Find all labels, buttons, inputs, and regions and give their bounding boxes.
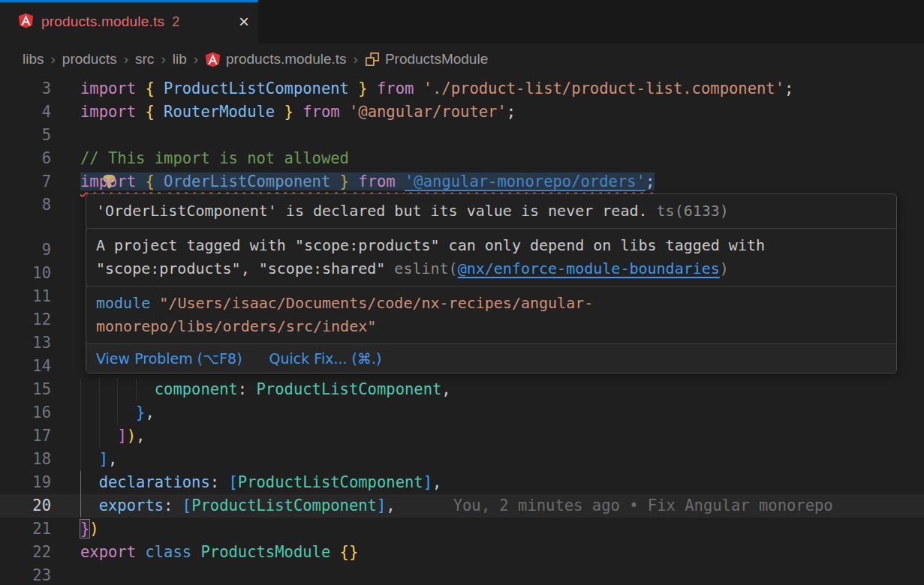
view-problem-action[interactable]: View Problem (⌥F8) (96, 350, 242, 367)
hover-line: "scope:products", "scope:shared" eslint(… (96, 257, 886, 280)
code-text: exports: [ProductListComponent], (80, 496, 396, 514)
line-number[interactable]: 8 (0, 194, 51, 217)
code-token: declarations (80, 473, 210, 491)
module-link[interactable]: @nx/enforce-module-boundaries (458, 260, 720, 278)
line-number[interactable]: 4 (0, 100, 51, 124)
code-token: from (368, 80, 423, 98)
code-line[interactable]: 3import { ProductListComponent } from '.… (0, 77, 924, 100)
error-highlighted-code: import { OrderListComponent } from '@ang… (80, 172, 655, 190)
code-line[interactable]: 20 exports: [ProductListComponent],You, … (0, 494, 924, 518)
line-number[interactable]: 17 (0, 424, 51, 448)
code-text: declarations: [ProductListComponent], (80, 473, 441, 491)
line-number[interactable]: 3 (0, 77, 51, 100)
breadcrumb-label: products.module.ts (226, 51, 347, 68)
code-text: }) (80, 520, 99, 538)
breadcrumb-label: lib (173, 51, 187, 68)
breadcrumb-label: ProductsModule (385, 51, 488, 68)
code-token: import (80, 103, 145, 121)
breadcrumb: libs›products›src›lib› products.module.t… (0, 44, 924, 75)
line-number[interactable]: 6 (0, 147, 51, 170)
line-number[interactable]: 21 (0, 518, 51, 541)
code-token: } (330, 172, 349, 190)
close-icon[interactable]: × (239, 14, 249, 29)
breadcrumb-item-productsmodule[interactable]: ProductsModule (365, 51, 488, 68)
hover-line: module "/Users/isaac/Documents/code/nx-r… (96, 292, 886, 315)
code-line[interactable]: 23 (0, 564, 924, 585)
code-token: ] (377, 496, 386, 514)
line-number[interactable]: 19 (0, 471, 51, 494)
code-line[interactable]: 16 }, (0, 401, 924, 424)
hover-line: A project tagged with "scope:products" c… (96, 234, 886, 257)
code-token: ] (117, 427, 126, 445)
hover-section-message: 'OrderListComponent' is declared but its… (86, 194, 896, 228)
line-number[interactable]: 7 (0, 170, 51, 194)
code-line[interactable]: 6// This import is not allowed (0, 147, 924, 170)
breadcrumb-item-products[interactable]: products (62, 51, 117, 68)
code-line[interactable]: 19 declarations: [ProductListComponent], (0, 471, 924, 494)
code-token: } (349, 80, 368, 98)
line-number[interactable]: 23 (0, 564, 51, 585)
line-number[interactable]: 13 (0, 332, 51, 355)
code-line[interactable]: 15 component: ProductListComponent, (0, 378, 924, 401)
line-number[interactable]: 15 (0, 378, 51, 401)
code-text: ]), (80, 427, 145, 445)
tab-products-module[interactable]: products.module.ts 2 × (0, 0, 258, 44)
code-token (80, 450, 99, 468)
code-token: { (145, 80, 164, 98)
indent-guide (117, 401, 118, 424)
module-link[interactable]: '@angular-monorepo/orders' (405, 172, 646, 190)
code-line[interactable]: 17 ]), (0, 424, 924, 448)
code-line[interactable]: 21}) (0, 518, 924, 541)
code-token: : (238, 380, 257, 398)
breadcrumb-item-src[interactable]: src (135, 51, 154, 68)
breadcrumb-separator: › (194, 51, 198, 68)
code-line[interactable]: 4import { RouterModule } from '@angular/… (0, 100, 924, 124)
hover-line: monorepo/libs/orders/src/index" (96, 315, 886, 338)
code-line-content (80, 124, 924, 147)
code-token: import (80, 172, 145, 190)
line-number[interactable]: 9 (0, 238, 51, 262)
breadcrumb-item-libs[interactable]: libs (23, 51, 44, 68)
code-editor[interactable]: 3import { ProductListComponent } from '.… (0, 75, 924, 585)
code-token: ProductListComponent (238, 473, 423, 491)
code-line-content: import { RouterModule } from '@angular/r… (80, 100, 924, 124)
line-number[interactable]: 16 (0, 401, 51, 424)
code-token: , (441, 380, 450, 398)
breadcrumb-item-products-module-ts[interactable]: products.module.ts (205, 51, 347, 68)
code-token: module (96, 294, 159, 312)
indent-guide (99, 424, 100, 448)
active-indent-guide (80, 494, 81, 518)
line-number[interactable]: 18 (0, 448, 51, 471)
breadcrumb-separator: › (354, 51, 358, 68)
line-number[interactable]: 10 (0, 262, 51, 285)
code-token: ) (89, 520, 98, 538)
line-number[interactable]: 20 (0, 494, 51, 518)
indent-guide (136, 378, 137, 401)
code-token: RouterModule (164, 103, 275, 121)
code-line-content (80, 564, 924, 585)
code-token (80, 404, 136, 422)
code-token: component (80, 380, 238, 398)
code-token: OrderListComponent (164, 172, 330, 190)
quick-fix-action[interactable]: Quick Fix... (⌘.) (269, 350, 382, 367)
line-number[interactable]: 22 (0, 541, 51, 564)
code-token: '@angular/router' (349, 103, 507, 121)
tab-bar: products.module.ts 2 × (0, 0, 924, 44)
code-line-content: declarations: [ProductListComponent], (80, 471, 924, 494)
line-number[interactable]: 11 (0, 285, 51, 308)
code-token: ts(6133) (657, 202, 729, 220)
line-number[interactable]: 5 (0, 124, 51, 147)
code-token: } (80, 520, 89, 538)
hover-popup: 'OrderListComponent' is declared but its… (86, 194, 897, 374)
code-line[interactable]: 7import { OrderListComponent } from '@an… (0, 170, 924, 194)
line-number[interactable]: 14 (0, 355, 51, 378)
breadcrumb-label: products (62, 51, 117, 68)
code-token: } (275, 103, 293, 121)
code-line[interactable]: 5 (0, 124, 924, 147)
code-token: [ (228, 473, 237, 491)
code-line[interactable]: 22export class ProductsModule {} (0, 541, 924, 564)
code-line[interactable]: 18 ], (0, 448, 924, 471)
breadcrumb-item-lib[interactable]: lib (173, 51, 187, 68)
line-number[interactable]: 12 (0, 308, 51, 332)
tab-title: products.module.ts (41, 14, 164, 30)
